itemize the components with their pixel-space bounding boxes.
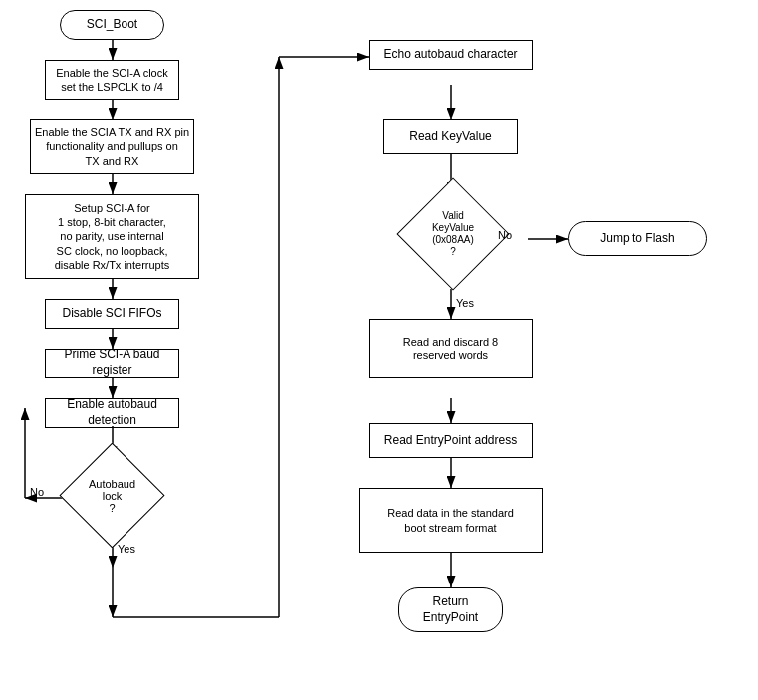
enable-clock-shape: Enable the SCI-A clock set the LSPCLK to…	[45, 60, 179, 100]
sci-boot-shape: SCI_Boot	[60, 10, 164, 40]
prime-baud-label: Prime SCI-A baud register	[46, 348, 178, 378]
disable-fifos-shape: Disable SCI FIFOs	[45, 299, 179, 329]
read-data-label: Read data in the standard boot stream fo…	[387, 506, 514, 535]
autobaud-lock-diamond: Autobaud lock ?	[75, 458, 149, 533]
enable-pins-shape: Enable the SCIA TX and RX pin functional…	[30, 119, 194, 174]
flowchart: SCI_Boot Enable the SCI-A clock set the …	[0, 0, 758, 700]
valid-keyvalue-diamond: Valid KeyValue (0x08AA) ?	[413, 194, 493, 274]
autobaud-lock-label: Autobaud lock ?	[89, 478, 135, 514]
read-data-shape: Read data in the standard boot stream fo…	[359, 488, 543, 553]
read-discard-label: Read and discard 8 reserved words	[403, 335, 498, 363]
no-label-autobaud: No	[30, 486, 44, 498]
setup-scia-shape: Setup SCI-A for 1 stop, 8-bit character,…	[25, 194, 199, 279]
valid-keyvalue-label: Valid KeyValue (0x08AA) ?	[432, 210, 474, 258]
echo-autobaud-shape: Echo autobaud character	[369, 40, 533, 70]
enable-autobaud-shape: Enable autobaud detection	[45, 398, 179, 428]
read-discard-shape: Read and discard 8 reserved words	[369, 319, 533, 378]
enable-autobaud-label: Enable autobaud detection	[46, 397, 178, 428]
no-label-keyvalue: No	[498, 229, 512, 241]
yes-label-keyvalue: Yes	[456, 297, 474, 309]
yes-label-autobaud: Yes	[118, 543, 135, 555]
prime-baud-shape: Prime SCI-A baud register	[45, 349, 179, 378]
read-keyvalue-shape: Read KeyValue	[383, 119, 518, 154]
read-keyvalue-label: Read KeyValue	[409, 129, 492, 145]
read-entrypoint-label: Read EntryPoint address	[384, 433, 517, 449]
jump-to-flash-shape: Jump to Flash	[568, 221, 707, 256]
enable-clock-label: Enable the SCI-A clock set the LSPCLK to…	[56, 66, 168, 95]
disable-fifos-label: Disable SCI FIFOs	[62, 306, 161, 322]
echo-autobaud-label: Echo autobaud character	[383, 47, 517, 63]
jump-to-flash-label: Jump to Flash	[600, 231, 674, 247]
setup-scia-label: Setup SCI-A for 1 stop, 8-bit character,…	[55, 201, 170, 272]
enable-pins-label: Enable the SCIA TX and RX pin functional…	[35, 125, 189, 168]
return-entrypoint-label: Return EntryPoint	[423, 594, 478, 625]
read-entrypoint-shape: Read EntryPoint address	[369, 423, 533, 458]
sci-boot-label: SCI_Boot	[87, 17, 137, 33]
return-entrypoint-shape: Return EntryPoint	[398, 587, 503, 632]
